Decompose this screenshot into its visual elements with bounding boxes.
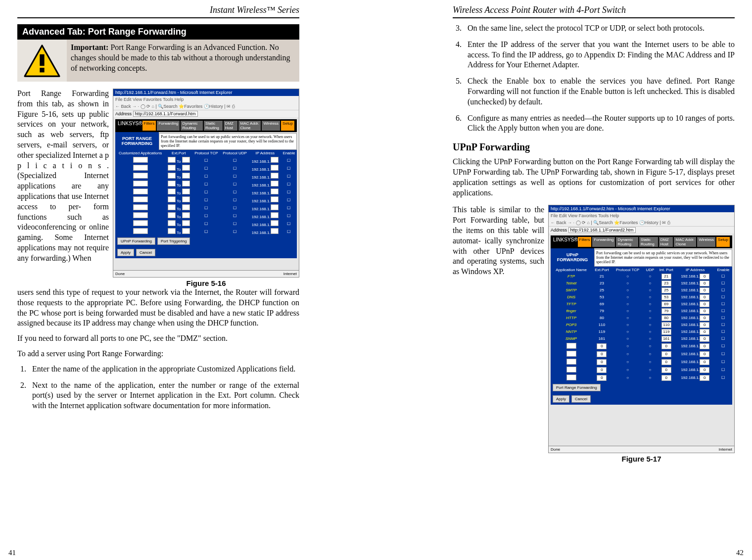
ie-toolbar-2[interactable]: ← Back → · ◯ ⟳ ⌂ | 🔍Search ⭐Favorites 🕑H… [549,219,734,226]
int-port[interactable]: 21 [657,273,676,280]
address-value[interactable]: http://192.168.1.1/Forward.htm [133,111,198,117]
ip-input[interactable]: 0 [700,343,709,349]
udp-radio[interactable]: ○ [644,335,657,342]
int-port[interactable]: 161 [657,335,676,342]
port-range-button[interactable]: Port Range Forwarding [553,384,601,391]
tab-static[interactable]: Static Routing [204,121,223,131]
int-port[interactable]: 110 [657,322,676,328]
tab-setup[interactable]: Setup [281,121,294,131]
tab-filters-2[interactable]: Filters [578,237,592,247]
int-port[interactable]: 119 [657,328,676,335]
ie-toolbar[interactable]: ← Back → · ◯ ⟳ ⌂ | 🔍Search ⭐Favorites 🕑H… [113,103,299,110]
ip-input[interactable]: 0 [700,367,709,373]
tcp-radio[interactable]: ○ [612,308,644,315]
ie-menubar[interactable]: File Edit View Favorites Tools Help [113,96,299,103]
tcp-radio[interactable]: ○ [612,374,644,382]
int-port[interactable]: 0 [657,350,676,358]
ip-input[interactable]: 0 [700,308,709,314]
tcp-radio[interactable]: ○ [612,366,644,374]
ip-input[interactable]: 0 [700,294,709,300]
tab-forwarding-2[interactable]: Forwarding [592,237,615,247]
udp-radio[interactable]: ○ [644,294,657,301]
udp-radio[interactable]: ○ [644,280,657,287]
enable-check[interactable]: ☐ [714,280,732,287]
udp-radio[interactable]: ○ [644,273,657,280]
udp-radio[interactable]: ○ [644,315,657,322]
enable-check[interactable]: ☐ [714,301,732,308]
ip-input[interactable]: 0 [700,301,709,307]
tcp-radio[interactable]: ○ [612,335,644,342]
enable-check[interactable]: ☐ [714,335,732,342]
apply-button-2[interactable]: Apply [553,395,569,403]
ip-input[interactable]: 0 [700,322,709,328]
int-port[interactable]: 53 [657,294,676,301]
enable-check[interactable]: ☐ [281,156,297,164]
address-value-2[interactable]: http://192.168.1.1/Forward2.htm [568,227,636,233]
tcp-radio[interactable]: ○ [612,315,644,322]
tab-wireless-2[interactable]: Wireless [697,237,715,247]
udp-radio[interactable]: ○ [644,287,657,294]
enable-check[interactable]: ☐ [714,342,732,350]
int-port[interactable]: 0 [657,358,676,366]
ip-input[interactable]: 0 [700,336,709,342]
ip-input[interactable]: 0 [700,359,709,365]
udp-radio[interactable]: ○ [644,366,657,374]
int-port[interactable]: 23 [657,280,676,287]
ip-input[interactable]: 0 [700,351,709,357]
ie-address-bar[interactable]: Address http://192.168.1.1/Forward.htm [113,110,299,117]
udp-radio[interactable]: ○ [644,328,657,335]
udp-radio[interactable]: ○ [644,301,657,308]
ip-input[interactable]: 0 [700,280,709,286]
enable-check[interactable]: ☐ [714,358,732,366]
int-port[interactable]: 80 [657,315,676,322]
router-tabs[interactable]: Filters Forwarding Dynamic Routing Stati… [142,121,294,131]
port-to[interactable] [182,157,190,163]
tab-wireless[interactable]: Wireless [262,121,280,131]
int-port[interactable]: 0 [657,374,676,382]
port-triggering-button[interactable]: Port Triggering [157,237,190,245]
int-port[interactable]: 79 [657,308,676,315]
ip-input[interactable]: 0 [700,274,709,280]
tab-static-2[interactable]: Static Routing [639,237,658,247]
ip-input[interactable]: 0 [700,375,709,381]
enable-check[interactable]: ☐ [714,315,732,322]
apply-button[interactable]: Apply [117,249,134,256]
ie-menubar-2[interactable]: File Edit View Favorites Tools Help [549,212,734,219]
enable-check[interactable]: ☐ [714,273,732,280]
tab-mac[interactable]: MAC Addr. Clone [238,121,261,131]
udp-radio[interactable]: ○ [644,374,657,382]
tcp-radio[interactable]: ○ [612,322,644,328]
tab-filters[interactable]: Filters [142,121,156,131]
tcp-radio[interactable]: ○ [612,294,644,301]
ie-address-bar-2[interactable]: Address http://192.168.1.1/Forward2.htm [549,226,734,233]
tcp-radio[interactable]: ○ [612,273,644,280]
enable-check[interactable]: ☐ [714,294,732,301]
tcp-radio[interactable]: ○ [612,287,644,294]
ip-input[interactable]: 0 [700,315,709,321]
tab-dynamic-2[interactable]: Dynamic Routing [616,237,638,247]
cancel-button-2[interactable]: Cancel [571,395,591,403]
int-port[interactable]: 0 [657,342,676,350]
tab-forwarding[interactable]: Forwarding [157,121,180,131]
int-port[interactable]: 25 [657,287,676,294]
tab-dmz-2[interactable]: DMZ Host [659,237,673,247]
upnp-button[interactable]: UPnP Forwarding [117,237,155,245]
enable-check[interactable]: ☐ [714,308,732,315]
tcp-radio[interactable]: ○ [612,350,644,358]
port-from[interactable] [168,157,176,163]
udp-radio[interactable]: ○ [644,358,657,366]
enable-check[interactable]: ☐ [714,374,732,382]
tcp-check[interactable]: ☐ [192,156,220,164]
tcp-radio[interactable]: ○ [612,358,644,366]
app-input[interactable] [133,157,148,163]
enable-check[interactable]: ☐ [714,322,732,328]
ip-input[interactable]: 0 [700,329,709,335]
udp-radio[interactable]: ○ [644,350,657,358]
udp-radio[interactable]: ○ [644,322,657,328]
udp-radio[interactable]: ○ [644,308,657,315]
tab-dynamic[interactable]: Dynamic Routing [181,121,203,131]
enable-check[interactable]: ☐ [714,350,732,358]
tcp-radio[interactable]: ○ [612,342,644,350]
enable-check[interactable]: ☐ [714,366,732,374]
ip-input[interactable]: 0 [700,287,709,293]
